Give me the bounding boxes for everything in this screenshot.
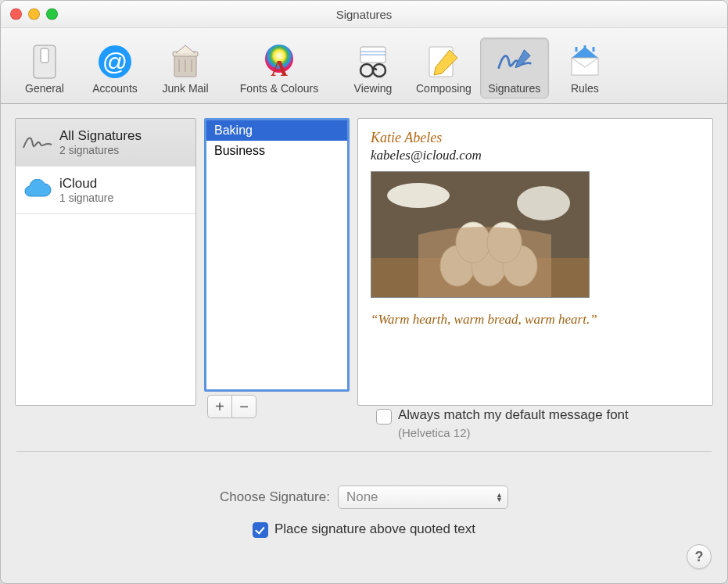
tab-label: Viewing xyxy=(354,82,393,95)
tab-label: Rules xyxy=(571,82,599,95)
tab-label: General xyxy=(25,82,64,95)
help-button[interactable]: ? xyxy=(687,544,712,569)
glasses-icon xyxy=(354,43,392,81)
place-above-checkbox[interactable] xyxy=(253,522,268,538)
svg-text:A: A xyxy=(271,55,288,81)
tab-general[interactable]: General xyxy=(10,38,79,99)
switch-icon xyxy=(26,43,63,81)
main-content: All Signatures 2 signatures iCloud 1 sig… xyxy=(1,104,727,432)
match-font-note: (Helvetica 12) xyxy=(398,426,712,439)
tab-viewing[interactable]: Viewing xyxy=(339,38,407,99)
svg-rect-1 xyxy=(41,48,48,63)
window-controls xyxy=(10,9,58,20)
at-icon: @ xyxy=(96,43,134,81)
signature-glyph-icon xyxy=(22,127,53,158)
icloud-icon xyxy=(22,174,53,206)
svg-point-16 xyxy=(517,186,570,220)
account-name: iCloud xyxy=(59,176,113,192)
signature-sender-email: kabeles@icloud.com xyxy=(371,148,700,163)
choose-signature-label: Choose Signature: xyxy=(220,489,330,505)
place-above-label: Place signature above quoted text xyxy=(274,521,475,537)
tab-accounts[interactable]: @ Accounts xyxy=(81,38,149,99)
place-above-row: Place signature above quoted text xyxy=(1,521,727,538)
signature-preview[interactable]: Katie Abeles kabeles@icloud.com xyxy=(357,118,713,406)
tab-label: Composing xyxy=(416,82,472,95)
tab-signatures[interactable]: Signatures xyxy=(480,38,549,99)
match-font-checkbox[interactable] xyxy=(376,409,392,425)
account-sub: 1 signature xyxy=(59,192,113,204)
tab-label: Junk Mail xyxy=(162,82,208,95)
tab-composing[interactable]: Composing xyxy=(409,38,479,99)
signature-list[interactable]: Baking Business xyxy=(204,118,350,392)
divider xyxy=(16,451,712,452)
tab-fonts-colours[interactable]: A Fonts & Colours xyxy=(221,38,337,99)
rules-icon xyxy=(566,43,604,81)
titlebar: Signatures xyxy=(1,1,727,28)
tab-junk-mail[interactable]: Junk Mail xyxy=(151,38,220,99)
account-sub: 2 signatures xyxy=(59,144,142,156)
preferences-toolbar: General @ Accounts Junk Mail A Fonts & C… xyxy=(1,28,727,104)
account-name: All Signatures xyxy=(59,128,142,144)
font-colour-icon: A xyxy=(260,43,298,81)
svg-point-15 xyxy=(387,183,450,208)
signatures-preferences-window: Signatures General @ Accounts Junk Mail xyxy=(0,0,728,584)
signature-item-baking[interactable]: Baking xyxy=(206,120,347,141)
signature-icon xyxy=(496,43,533,81)
tab-rules[interactable]: Rules xyxy=(550,38,619,99)
account-all-signatures[interactable]: All Signatures 2 signatures xyxy=(16,119,195,167)
accounts-list: All Signatures 2 signatures iCloud 1 sig… xyxy=(15,118,196,406)
signature-item-business[interactable]: Business xyxy=(206,141,347,161)
signature-quote: “Warm hearth, warm bread, warm heart.” xyxy=(371,312,700,328)
signature-list-column: Baking Business + − xyxy=(204,118,350,418)
svg-point-9 xyxy=(360,64,373,77)
svg-point-10 xyxy=(373,64,386,77)
minimize-button[interactable] xyxy=(28,9,40,20)
popup-arrows-icon: ▲▼ xyxy=(496,493,503,502)
match-font-label: Always match my default message font xyxy=(398,407,629,423)
choose-signature-popup[interactable]: None ▲▼ xyxy=(338,485,508,509)
close-button[interactable] xyxy=(10,9,22,20)
signature-image xyxy=(371,171,590,298)
compose-icon xyxy=(425,43,462,81)
match-font-row: Always match my default message font (He… xyxy=(1,407,727,439)
signature-sender-name: Katie Abeles xyxy=(371,130,700,146)
account-icloud[interactable]: iCloud 1 signature xyxy=(16,167,195,214)
tab-label: Signatures xyxy=(488,82,540,95)
choose-signature-row: Choose Signature: None ▲▼ xyxy=(1,485,727,509)
tab-label: Accounts xyxy=(92,82,138,95)
choose-signature-value: None xyxy=(346,489,378,505)
trash-icon xyxy=(167,43,204,81)
svg-text:@: @ xyxy=(102,48,127,76)
tab-label: Fonts & Colours xyxy=(240,82,318,95)
zoom-button[interactable] xyxy=(46,9,58,20)
window-title: Signatures xyxy=(336,8,393,21)
